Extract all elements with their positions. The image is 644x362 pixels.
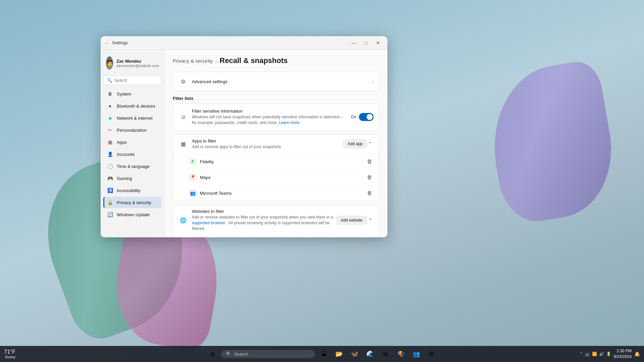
sidebar-item-gaming[interactable]: 🎮 Gaming [103, 173, 162, 184]
apps-to-filter-card: ▦ Apps to filter Add or remove apps to f… [173, 134, 379, 201]
supported-browser-link[interactable]: supported browser [192, 221, 225, 225]
tray-chevron[interactable]: ⌃ [580, 352, 583, 356]
notification-icon[interactable]: 🔔 [634, 351, 640, 357]
taskbar-copilot-button[interactable]: 🪁 [394, 347, 408, 361]
sidebar-item-personalization-label: Personalization [117, 128, 147, 133]
taskbar-store-button[interactable]: 🛍 [379, 347, 392, 361]
breadcrumb-link[interactable]: Privacy & security [173, 58, 213, 64]
tray-network-icon[interactable]: 📶 [592, 352, 597, 356]
taskbar-edge-button[interactable]: 🌊 [363, 347, 377, 361]
apps-collapse-button[interactable]: ⌃ [367, 140, 374, 148]
toggle-on-label: On [351, 115, 356, 119]
sidebar-item-privacy[interactable]: 🔒 Privacy & security [103, 197, 162, 208]
main-content: Privacy & security › Recall & snapshots … [164, 50, 387, 237]
taskbar-center: ⊞ 🔍 Search 🌤 📂 🦋 🌊 🛍 🪁 👥 ⚙ [206, 347, 438, 361]
websites-filter-header: 🌐 Websites to filter Add or remove websi… [173, 205, 379, 236]
accounts-icon: 👤 [107, 151, 113, 158]
system-tray: ⌃ 📺 📶 🔊 🔋 [580, 352, 611, 356]
add-website-button[interactable]: Add website [336, 216, 367, 225]
breadcrumb-current: Recall & snapshots [220, 56, 288, 65]
learn-more-link[interactable]: Learn more [279, 120, 299, 125]
clock-time: 2:30 PM [614, 348, 632, 354]
sidebar-item-bluetooth[interactable]: ● Bluetooth & devices [103, 100, 162, 112]
websites-filter-info: Websites to filter Add or remove website… [192, 209, 336, 231]
filter-sensitive-desc: Windows will not save snapshots when pot… [192, 114, 347, 126]
taskbar-search[interactable]: 🔍 Search [221, 350, 315, 358]
websites-filter-desc-text1: Add or remove websites to filter out of … [192, 215, 333, 220]
websites-filter-title: Websites to filter [192, 209, 336, 214]
advanced-settings-title: Advanced settings [192, 79, 368, 84]
breadcrumb: Privacy & security › Recall & snapshots [173, 56, 379, 65]
search-box[interactable]: 🔍 [103, 76, 162, 85]
sidebar-item-system[interactable]: 🖥 System [103, 88, 162, 100]
apps-filter-icon: ▦ [178, 139, 188, 148]
sidebar-item-bluetooth-label: Bluetooth & devices [117, 104, 155, 109]
files-icon: 📂 [335, 350, 343, 358]
app-row-teams: 👥 Microsoft Teams 🗑 [173, 185, 379, 201]
maps-icon: 📍 [189, 174, 197, 181]
apps-filter-title: Apps to filter [192, 138, 343, 143]
taskbar-widgets-button[interactable]: 🌤 [317, 347, 330, 361]
websites-collapse-button[interactable]: ⌃ [367, 216, 374, 224]
user-info: Zac Mendez zacmendez@outlook.com [116, 59, 159, 68]
accessibility-icon: ♿ [107, 187, 113, 194]
filter-lists-title: Filter lists [173, 96, 379, 101]
window-title: Settings [112, 40, 128, 45]
gaming-icon: 🎮 [107, 175, 113, 182]
settings-icon: ⚙ [429, 350, 434, 358]
maximize-button[interactable]: □ [361, 39, 371, 47]
advanced-settings-action: › [372, 79, 374, 84]
delete-teams-button[interactable]: 🗑 [366, 189, 374, 197]
taskbar-settings-button[interactable]: ⚙ [425, 347, 438, 361]
close-button[interactable]: ✕ [373, 39, 383, 47]
filter-sensitive-card: ⊘ Filter sensitive information Windows w… [173, 104, 379, 131]
sidebar-item-accessibility[interactable]: ♿ Accessibility [103, 185, 162, 196]
advanced-settings-chevron: › [372, 79, 374, 84]
tray-battery-icon[interactable]: 🔋 [606, 352, 611, 356]
taskbar-files-button[interactable]: 📂 [332, 347, 346, 361]
clock-date: 9/24/2024 [614, 354, 632, 360]
apps-filter-desc: Add or remove apps to filter out of your… [192, 144, 343, 150]
sidebar-item-network[interactable]: ◈ Network & internet [103, 112, 162, 124]
sidebar-item-accounts-label: Accounts [117, 152, 135, 157]
taskbar-browser-button[interactable]: 🦋 [348, 347, 361, 361]
sidebar-item-accounts[interactable]: 👤 Accounts [103, 148, 162, 160]
delete-maps-button[interactable]: 🗑 [366, 173, 374, 182]
website-row-fidelity: F fidelity.com 🗑 [173, 236, 379, 237]
fidelity-icon: F [189, 158, 197, 165]
add-app-button[interactable]: Add app [343, 139, 367, 148]
tray-display-icon[interactable]: 📺 [585, 352, 590, 356]
start-button[interactable]: ⊞ [206, 347, 219, 361]
sidebar-item-apps-label: Apps [117, 140, 127, 145]
browser-icon: 🦋 [351, 350, 358, 358]
user-profile[interactable]: 🧑 Zac Mendez zacmendez@outlook.com [103, 54, 162, 72]
filter-sensitive-toggle[interactable] [359, 113, 374, 121]
delete-fidelity-button[interactable]: 🗑 [366, 157, 374, 166]
search-input[interactable] [114, 78, 164, 83]
apps-to-filter-header: ▦ Apps to filter Add or remove apps to f… [173, 134, 379, 154]
back-icon[interactable]: ← [105, 40, 109, 46]
sidebar-item-apps[interactable]: ▦ Apps [103, 136, 162, 148]
taskbar-teams-button[interactable]: 👥 [410, 347, 423, 361]
app-name-maps: Maps [200, 175, 362, 180]
sidebar-item-update[interactable]: 🔄 Windows Update [103, 209, 162, 220]
edge-icon: 🌊 [366, 350, 374, 358]
advanced-settings-row[interactable]: ⚙ Advanced settings › [173, 72, 379, 91]
sidebar-item-personalization[interactable]: ✏ Personalization [103, 124, 162, 136]
sidebar-item-privacy-label: Privacy & security [117, 200, 151, 205]
minimize-button[interactable]: — [348, 39, 359, 47]
store-icon: 🛍 [382, 351, 388, 358]
advanced-settings-text: Advanced settings [192, 79, 368, 84]
toggle-knob [367, 114, 373, 120]
taskbar-right: ⌃ 📺 📶 🔊 🔋 2:30 PM 9/24/2024 🔔 [580, 348, 640, 360]
avatar: 🧑 [106, 56, 113, 70]
advanced-settings-card: ⚙ Advanced settings › [173, 72, 379, 91]
apps-icon: ▦ [107, 139, 113, 145]
taskbar-search-icon: 🔍 [226, 351, 231, 357]
websites-to-filter-card: 🌐 Websites to filter Add or remove websi… [173, 204, 379, 237]
system-clock[interactable]: 2:30 PM 9/24/2024 [614, 348, 632, 360]
sidebar-item-time[interactable]: 🕐 Time & language [103, 161, 162, 172]
sidebar-item-network-label: Network & internet [117, 116, 153, 121]
tray-volume-icon[interactable]: 🔊 [599, 352, 604, 356]
window-controls: — □ ✕ [348, 39, 383, 47]
